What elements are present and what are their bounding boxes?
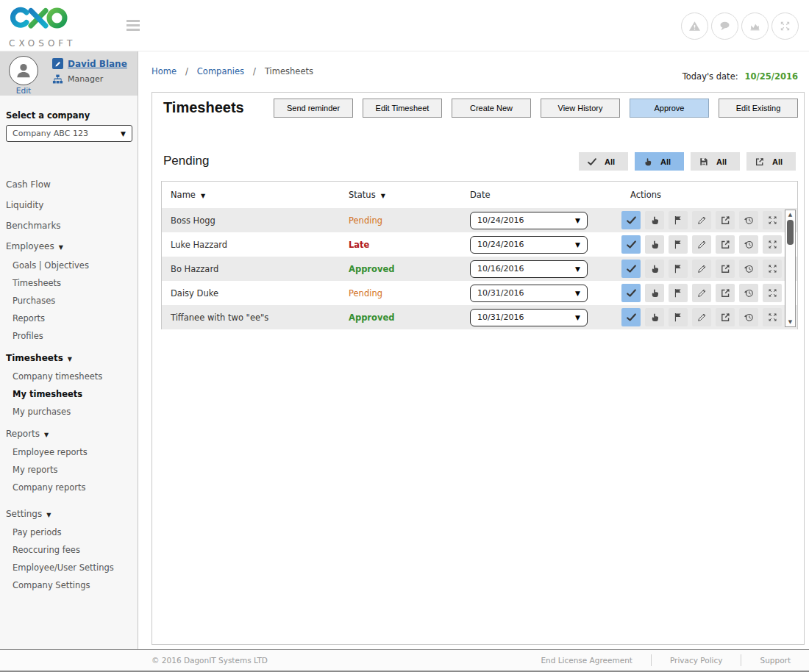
row-export-button[interactable] [716, 235, 735, 254]
sidebar-item-employee-user-settings[interactable]: Employee/User Settings [0, 559, 138, 576]
row-approve-button[interactable] [621, 235, 641, 254]
bulk-thumbup-all-button[interactable]: All [635, 152, 684, 171]
row-edit-button[interactable] [692, 211, 711, 229]
sidebar-item-employee-reports[interactable]: Employee reports [0, 443, 138, 461]
charts-button[interactable] [741, 12, 769, 40]
chevron-down-icon [44, 429, 49, 439]
row-edit-button[interactable] [692, 308, 711, 326]
end-license-agreement-link[interactable]: End License Agreement [522, 656, 651, 665]
bulk-approve-all-button[interactable]: All [579, 152, 628, 171]
date-select[interactable]: 10/24/2016 [470, 212, 588, 229]
row-history-button[interactable] [739, 211, 758, 229]
sidebar-item-goals-objectives[interactable]: Goals | Objectives [0, 257, 138, 274]
row-flag-button[interactable] [669, 211, 688, 229]
approve-button[interactable]: Approve [630, 99, 709, 118]
panel-toolbar: Send reminder Edit Timesheet Create New … [274, 99, 798, 118]
sidebar-item-cash-flow[interactable]: Cash Flow [0, 174, 138, 195]
edit-timesheet-button[interactable]: Edit Timesheet [363, 99, 442, 118]
scroll-up-arrow[interactable] [785, 210, 795, 219]
sidebar-section-reports[interactable]: Reports [0, 423, 138, 443]
row-edit-button[interactable] [692, 284, 711, 302]
row-export-button[interactable] [716, 211, 735, 229]
date-select[interactable]: 10/16/2016 [470, 260, 588, 278]
date-select[interactable]: 10/24/2016 [470, 236, 588, 254]
row-flag-button[interactable] [669, 235, 688, 254]
date-select[interactable]: 10/31/2016 [470, 285, 588, 302]
row-expand-button[interactable] [763, 235, 782, 254]
sidebar-item-company-settings[interactable]: Company Settings [0, 576, 138, 594]
row-history-button[interactable] [739, 235, 758, 254]
sidebar-item-my-reports[interactable]: My reports [0, 461, 138, 479]
breadcrumb-companies[interactable]: Companies [197, 66, 244, 76]
sidebar-item-employees[interactable]: Employees [0, 236, 138, 257]
row-expand-button[interactable] [763, 284, 782, 302]
row-edit-button[interactable] [692, 260, 711, 278]
date-select[interactable]: 10/31/2016 [470, 309, 588, 326]
row-flag-button[interactable] [669, 284, 688, 302]
edit-profile-link[interactable]: Edit [9, 86, 38, 95]
create-new-button[interactable]: Create New [452, 99, 531, 118]
sidebar-item-my-timesheets[interactable]: My timesheets [0, 385, 138, 403]
column-header-status[interactable]: Status [340, 190, 461, 200]
send-reminder-button[interactable]: Send reminder [274, 99, 353, 118]
alerts-button[interactable] [681, 12, 708, 40]
row-thumbup-button[interactable] [645, 260, 664, 278]
thumb-up-icon [649, 239, 660, 250]
bulk-save-all-button[interactable]: All [691, 152, 740, 171]
company-select[interactable]: Company ABC 123 [6, 125, 132, 142]
messages-button[interactable] [711, 12, 738, 40]
row-export-button[interactable] [716, 308, 735, 326]
edit-existing-button[interactable]: Edit Existing [719, 99, 798, 118]
row-expand-button[interactable] [763, 308, 782, 326]
sidebar-item-employees-timesheets[interactable]: Timesheets [0, 274, 138, 292]
row-flag-button[interactable] [669, 308, 688, 326]
sidebar-item-company-reports[interactable]: Company reports [0, 479, 138, 496]
menu-icon[interactable] [126, 20, 141, 32]
row-approve-button[interactable] [621, 284, 641, 302]
profile-name-link[interactable]: David Blane [68, 59, 127, 69]
row-history-button[interactable] [739, 260, 758, 278]
fullscreen-button[interactable] [771, 12, 799, 40]
support-link[interactable]: Support [741, 656, 809, 665]
breadcrumb-home[interactable]: Home [152, 66, 177, 76]
sidebar-item-benchmarks[interactable]: Benchmarks [0, 215, 138, 236]
row-approve-button[interactable] [621, 308, 641, 326]
row-approve-button[interactable] [621, 211, 641, 229]
edit-name-icon[interactable] [52, 58, 63, 69]
row-expand-button[interactable] [763, 260, 782, 278]
sidebar-item-my-purchases[interactable]: My purchases [0, 403, 138, 421]
sidebar-item-liquidity[interactable]: Liquidity [0, 195, 138, 215]
sidebar-item-employees-reports[interactable]: Reports [0, 310, 138, 327]
row-thumbup-button[interactable] [645, 211, 664, 229]
scroll-down-arrow[interactable] [785, 318, 795, 326]
sidebar-item-purchases[interactable]: Purchases [0, 292, 138, 310]
row-expand-button[interactable] [763, 211, 782, 229]
row-thumbup-button[interactable] [645, 284, 664, 302]
column-header-date: Date [461, 190, 621, 200]
view-history-button[interactable]: View History [541, 99, 620, 118]
sidebar-item-reoccuring-fees[interactable]: Reoccuring fees [0, 541, 138, 559]
table-row: Bo Hazzard Approved 10/16/2016 [162, 257, 797, 281]
export-icon [720, 215, 731, 226]
row-edit-button[interactable] [692, 235, 711, 254]
row-approve-button[interactable] [621, 260, 641, 278]
row-history-button[interactable] [739, 284, 758, 302]
column-header-name[interactable]: Name [162, 190, 340, 200]
row-history-button[interactable] [739, 308, 758, 326]
sidebar-section-timesheets[interactable]: Timesheets [0, 347, 138, 368]
row-export-button[interactable] [716, 260, 735, 278]
sidebar-item-pay-periods[interactable]: Pay periods [0, 523, 138, 541]
row-export-button[interactable] [716, 284, 735, 302]
bulk-export-all-button[interactable]: All [746, 152, 796, 171]
table-scrollbar[interactable] [785, 210, 796, 327]
row-thumbup-button[interactable] [645, 235, 664, 254]
privacy-policy-link[interactable]: Privacy Policy [652, 656, 741, 665]
flag-icon [673, 287, 684, 299]
avatar[interactable] [9, 56, 38, 85]
sidebar-item-company-timesheets[interactable]: Company timesheets [0, 368, 138, 385]
row-thumbup-button[interactable] [645, 308, 664, 326]
row-flag-button[interactable] [669, 260, 688, 278]
sidebar-section-settings[interactable]: Settings [0, 503, 138, 523]
scrollbar-thumb[interactable] [787, 220, 794, 245]
sidebar-item-profiles[interactable]: Profiles [0, 327, 138, 345]
